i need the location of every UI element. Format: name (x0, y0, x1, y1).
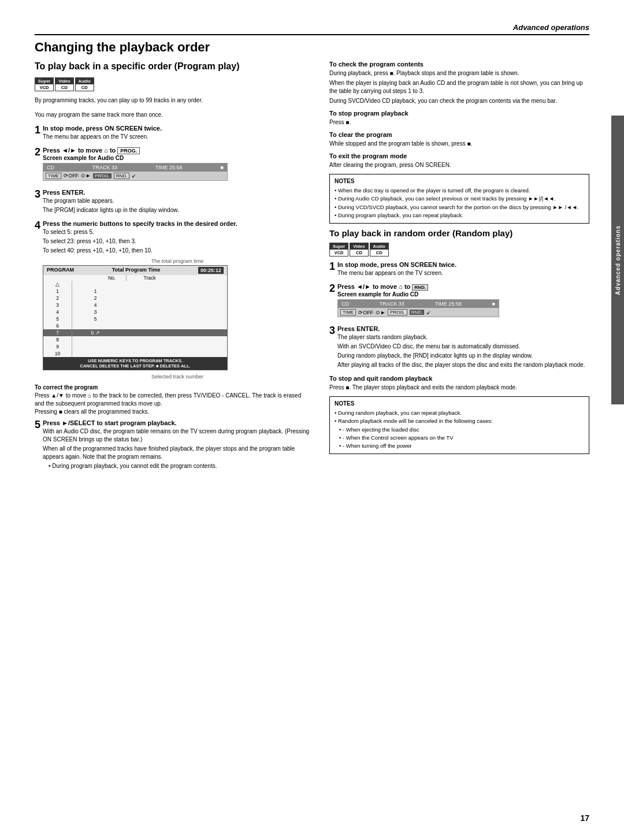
r-time-box: TIME (340, 309, 356, 315)
program-table-footer: USE NUMERIC KEYS TO PROGRAM TRACKS. CANC… (43, 357, 227, 370)
notes-title-2: NOTES (335, 400, 584, 407)
random-step-1-num: 1 (329, 261, 335, 272)
r-repeat-off: ⟳OFF (358, 310, 373, 315)
col-track: Track (127, 275, 173, 281)
step-2-symbol: ⌂ (104, 147, 108, 154)
stop-random-section: To stop and quit random playback Press ■… (329, 375, 589, 392)
page-number: 17 (580, 813, 589, 823)
stop-random-title: To stop and quit random playback (329, 375, 589, 382)
random-step-1-desc: The menu bar appears on the TV screen. (337, 269, 589, 277)
random-step-3-num: 3 (329, 325, 335, 336)
total-time-label: The total program time (43, 258, 312, 264)
step-2: 2 Press ◄/► to move ⌂ to PROG. Screen ex… (35, 147, 312, 184)
exit-program-title: To exit the program mode (329, 153, 589, 159)
list-item: - When turning off the power (335, 442, 584, 450)
r-cd-track: TRACK 33 (380, 301, 404, 307)
step-5-content: Press ►/SELECT to start program playback… (43, 419, 312, 470)
random-step-2: 2 Press ◄/► to move ⌂ to RND. Screen exa… (329, 283, 589, 321)
step-3-num: 3 (35, 189, 40, 199)
step-4-num: 4 (35, 220, 40, 231)
selected-track-label: Selected track number (43, 374, 312, 380)
step-1-desc: The menu bar appears on the TV screen. (43, 133, 312, 141)
program-table-header: PROGRAM Total Program Time 00:25:12 (43, 266, 227, 275)
step-4-sub1: To select 5: press 5. (43, 228, 312, 236)
step-5-desc1: With an Audio CD disc, the program table… (43, 428, 312, 444)
step-2-title: Press ◄/► to move ⌂ to PROG. (43, 147, 312, 154)
r-cd-label-1: CD (350, 250, 367, 256)
table-row: 10 (43, 350, 227, 357)
r-step-2-suffix: to (403, 283, 413, 290)
screen-label-1: Screen example for Audio CD (43, 155, 312, 161)
check-program-text1: During playback, press ■. Playback stops… (329, 69, 589, 77)
random-step-1-content: In stop mode, press ON SCREEN twice. The… (337, 261, 589, 278)
stop-random-text: Press ■. The player stops playback and e… (329, 384, 589, 392)
r-screen-label: Screen example for Audio CD (337, 291, 589, 298)
audio-label: Audio (76, 78, 94, 84)
random-step-1-title: In stop mode, press ON SCREEN twice. (337, 261, 589, 268)
list-item: - When the Control screen appears on the… (335, 434, 584, 442)
list-item: During Audio CD playback, you can select… (335, 195, 584, 203)
step-5-num: 5 (35, 419, 40, 430)
right-column: To check the program contents During pla… (329, 61, 589, 475)
rnd-box: RND. (114, 173, 130, 179)
header-title: Advanced operations (35, 23, 589, 35)
check-program-title: To check the program contents (329, 61, 589, 68)
super-vcd-badge: Super VCD (35, 77, 54, 91)
r-video-cd-badge: Video CD (350, 243, 368, 257)
step-5-bullets: During program playback, you cannot edit… (43, 462, 312, 470)
table-row: 2 2 (43, 295, 227, 302)
r-cd-time: TIME 25:58 (434, 301, 462, 307)
r-audio-label: Audio (370, 243, 388, 250)
exit-program-text: After clearing the program, press ON SCR… (329, 161, 589, 169)
prog-box-inline: PROG. (117, 147, 140, 154)
right-sidebar: Advanced operations (611, 116, 624, 404)
list-item: During random playback, you can repeat p… (335, 409, 584, 417)
to-correct-text-2: Pressing ■ clears all the programmed tra… (35, 408, 312, 416)
step-4-sub2: To select 23: press +10, +10, then 3. (43, 237, 312, 246)
table-row: 9 (43, 343, 227, 350)
to-correct-box: To correct the program Press ▲/▼ to move… (35, 384, 312, 416)
step-1-content: In stop mode, press ON SCREEN twice. The… (43, 125, 312, 142)
cd-track: TRACK 33 (92, 165, 117, 170)
cd-label-1: CD (55, 84, 73, 91)
r-prog-box: PROG. (388, 309, 407, 315)
list-item: Random playback mode will be canceled in… (335, 417, 584, 425)
step-4-title: Press the numeric buttons to specify tra… (43, 220, 312, 227)
table-row: 6 (43, 322, 227, 329)
random-step-3-desc1: The player starts random playback. (337, 333, 589, 341)
table-row: 1 1 (43, 288, 227, 295)
step-3-title: Press ENTER. (43, 189, 312, 196)
r-cd-label-2: CD (370, 250, 388, 256)
step-4: 4 Press the numeric buttons to specify t… (35, 220, 312, 380)
cd-screen-2: CD TRACK 33 TIME 25:58 ■ TIME ⟳OFF ⊙► PR… (337, 299, 499, 317)
cd-label-2: CD (76, 84, 94, 91)
list-item: - When ejecting the loaded disc (335, 426, 584, 434)
notes-list-2: During random playback, you can repeat p… (335, 409, 584, 450)
footer-line-1: USE NUMERIC KEYS TO PROGRAM TRACKS. (46, 358, 225, 363)
r-step-2-symbol: ⌂ (399, 283, 403, 290)
cd-label: CD (47, 165, 54, 170)
step-1: 1 In stop mode, press ON SCREEN twice. T… (35, 125, 312, 142)
to-correct-text-1: Press ▲/▼ to move ⌂ to the track to be c… (35, 392, 312, 408)
video-cd-badge: Video CD (55, 77, 73, 91)
r-super-label: Super (330, 243, 348, 250)
prog-active: PROG. (93, 173, 112, 179)
sidebar-label: Advanced operations (615, 225, 621, 295)
cd-time: TIME 25:58 (155, 165, 183, 170)
cursor-icon-2: ↗ (95, 330, 100, 336)
step-5-title: Press ►/SELECT to start program playback… (43, 419, 312, 426)
r-cd-screen-top: CD TRACK 33 TIME 25:58 ■ (338, 300, 499, 308)
random-step-2-title: Press ◄/► to move ⌂ to RND. (337, 283, 589, 290)
time-box: TIME (46, 173, 61, 179)
r-rnd-active: RND. (410, 310, 425, 315)
notes-box-1: NOTES When the disc tray is opened or th… (329, 174, 589, 224)
step-2-prefix: Press ◄/► to move (43, 147, 104, 154)
random-section-title: To play back in random order (Random pla… (329, 228, 589, 238)
stop-program-section: To stop program playback Press ■. (329, 110, 589, 127)
table-row: 5 5 (43, 315, 227, 322)
step-4-sub3: To select 40: press +10, +10, +10, then … (43, 247, 312, 255)
r-super-vcd-badge: Super VCD (329, 243, 348, 257)
check-program-section: To check the program contents During pla… (329, 61, 589, 105)
random-step-2-num: 2 (329, 283, 335, 293)
rnd-box-inline: RND. (412, 284, 428, 291)
